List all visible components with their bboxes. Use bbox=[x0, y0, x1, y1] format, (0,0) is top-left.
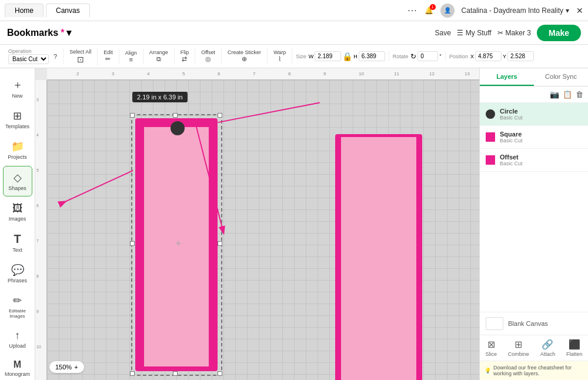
tab-canvas[interactable]: Canvas bbox=[46, 4, 90, 18]
sidebar-item-text[interactable]: T Text bbox=[3, 228, 32, 258]
edit-button[interactable]: Edit ✏ bbox=[101, 48, 115, 64]
select-all-label: Select All bbox=[69, 49, 91, 55]
sidebar-item-label-images: Images bbox=[9, 216, 26, 222]
bookmark2-inner[interactable] bbox=[341, 137, 416, 380]
combine-action[interactable]: ⊞ Combine bbox=[508, 339, 529, 357]
tab-layers[interactable]: Layers bbox=[480, 68, 534, 86]
layer-item-circle[interactable]: Circle Basic Cut bbox=[480, 103, 588, 126]
layer-circle-type: Basic Cut bbox=[500, 115, 582, 121]
offset-button[interactable]: Offset ◎ bbox=[199, 48, 218, 64]
align-button[interactable]: Align ≡ bbox=[123, 49, 139, 64]
handle-tm[interactable] bbox=[173, 113, 178, 118]
editable-images-icon: ✏ bbox=[13, 294, 22, 307]
select-all-button[interactable]: Select All ⊡ bbox=[67, 48, 93, 65]
combine-label: Combine bbox=[508, 351, 529, 357]
position-y-input[interactable] bbox=[507, 51, 534, 61]
flatten-label: Flatten bbox=[566, 351, 583, 357]
zoom-plus-icon[interactable]: + bbox=[74, 364, 78, 371]
operation-select[interactable]: Basic Cut bbox=[8, 54, 49, 64]
toolbar-arrange: Arrange ⧉ bbox=[143, 48, 175, 64]
toolbar-operation: Operation Basic Cut ? bbox=[5, 48, 64, 64]
panel-copy-button[interactable]: 📋 bbox=[563, 90, 572, 99]
toolbar-create-sticker: Create Sticker ⊕ bbox=[222, 48, 268, 64]
rotate-input[interactable] bbox=[417, 51, 438, 61]
slice-action[interactable]: ⊠ Slice bbox=[485, 339, 497, 357]
layer-item-square[interactable]: Square Basic Cut bbox=[480, 126, 588, 149]
bookmark1-circle[interactable] bbox=[171, 121, 185, 135]
layer-circle-name: Circle bbox=[500, 108, 582, 115]
sidebar-item-label-phrases: Phrases bbox=[8, 278, 27, 284]
sidebar-item-shapes[interactable]: ◇ Shapes bbox=[3, 166, 32, 196]
sidebar-item-templates[interactable]: ⊞ Templates bbox=[3, 105, 32, 134]
sidebar-item-editable-images[interactable]: ✏ Editable Images bbox=[3, 289, 32, 324]
maker3-icon: ✂ bbox=[497, 29, 503, 37]
handle-bl[interactable] bbox=[130, 371, 135, 376]
close-icon[interactable]: ✕ bbox=[576, 6, 583, 15]
warp-button[interactable]: Warp ⌇ bbox=[271, 48, 288, 64]
save-button[interactable]: Save bbox=[435, 29, 450, 37]
arrange-button[interactable]: Arrange ⧉ bbox=[147, 48, 171, 64]
tab-home[interactable]: Home bbox=[5, 4, 44, 17]
handle-tr[interactable] bbox=[218, 113, 222, 118]
handle-mr[interactable] bbox=[218, 241, 222, 246]
sidebar-item-monogram[interactable]: M Monogram bbox=[3, 355, 32, 380]
layer-square-info: Square Basic Cut bbox=[500, 131, 582, 144]
sidebar-item-projects[interactable]: 📁 Projects bbox=[3, 135, 32, 165]
toolbar: Operation Basic Cut ? Select All ⊡ Edit … bbox=[0, 45, 588, 68]
canvas-area[interactable]: 2 3 4 5 6 7 8 9 10 11 12 13 3 4 5 6 7 8 … bbox=[35, 68, 479, 380]
toolbar-edit: Edit ✏ bbox=[98, 48, 119, 64]
sidebar-item-phrases[interactable]: 💬 Phrases bbox=[3, 259, 32, 288]
bottom-actions: ⊠ Slice ⊞ Combine 🔗 Attach ⬛ Flatten bbox=[480, 335, 588, 361]
main-area: ＋ New ⊞ Templates 📁 Projects ◇ Shapes 🖼 … bbox=[0, 68, 588, 380]
toolbar-flip: Flip ⇄ bbox=[175, 48, 196, 64]
size-h-input[interactable] bbox=[359, 51, 385, 61]
bell-badge: 1 bbox=[430, 4, 436, 10]
handle-bm[interactable] bbox=[173, 371, 178, 376]
lock-icon[interactable]: 🔒 bbox=[342, 52, 352, 61]
make-button[interactable]: Make bbox=[537, 25, 581, 41]
flip-button[interactable]: Flip ⇄ bbox=[178, 48, 192, 64]
sidebar-item-label-templates: Templates bbox=[5, 124, 29, 129]
operation-info-button[interactable]: ? bbox=[51, 52, 59, 61]
shapes-icon: ◇ bbox=[14, 171, 22, 184]
monogram-icon: M bbox=[14, 359, 21, 370]
attach-icon: 🔗 bbox=[542, 339, 553, 350]
dots-menu[interactable]: ··· bbox=[407, 5, 417, 16]
project-title: Bookmarks* ▾ bbox=[7, 27, 71, 38]
zoom-level: 150% bbox=[55, 364, 72, 371]
projects-icon: 📁 bbox=[11, 140, 24, 153]
layer-color-square bbox=[486, 132, 495, 142]
bell-icon[interactable]: 🔔 1 bbox=[425, 6, 433, 15]
handle-br[interactable] bbox=[218, 371, 222, 376]
sidebar-item-new[interactable]: ＋ New bbox=[3, 73, 32, 104]
tip-icon: 💡 bbox=[485, 368, 491, 374]
ruler-left: 3 4 5 6 7 8 9 10 bbox=[35, 80, 47, 380]
new-icon: ＋ bbox=[12, 78, 23, 92]
maker3-button[interactable]: ✂ Maker 3 bbox=[497, 29, 531, 37]
tab-color-sync[interactable]: Color Sync bbox=[534, 68, 588, 86]
crosshair: + bbox=[175, 238, 182, 250]
sidebar-item-label-upload: Upload bbox=[9, 343, 26, 349]
handle-tl[interactable] bbox=[130, 113, 135, 118]
layer-item-offset[interactable]: Offset Basic Cut bbox=[480, 149, 588, 172]
sidebar-item-label-shapes: Shapes bbox=[8, 185, 26, 191]
toolbar-warp: Warp ⌇ bbox=[268, 48, 292, 64]
bottom-panel: Blank Canvas ⊠ Slice ⊞ Combine 🔗 Attach … bbox=[480, 312, 588, 380]
zoom-control[interactable]: 150% + bbox=[49, 361, 84, 373]
panel-delete-button[interactable]: 🗑 bbox=[576, 90, 583, 99]
attach-action[interactable]: 🔗 Attach bbox=[540, 339, 556, 357]
panel-camera-button[interactable]: 📷 bbox=[550, 90, 559, 99]
operation-label: Operation bbox=[8, 48, 49, 54]
flatten-action[interactable]: ⬛ Flatten bbox=[566, 339, 583, 357]
sidebar-item-images[interactable]: 🖼 Images bbox=[3, 198, 32, 226]
sidebar-item-label-text: Text bbox=[12, 247, 22, 253]
canvas-content[interactable]: 2.19 in x 6.39 in + bbox=[47, 80, 479, 380]
size-w-input[interactable] bbox=[315, 51, 341, 61]
mystuff-button[interactable]: ☰ My Stuff bbox=[457, 29, 492, 37]
create-sticker-button[interactable]: Create Sticker ⊕ bbox=[225, 48, 263, 64]
panel-tabs: Layers Color Sync bbox=[480, 68, 588, 86]
toolbar-position: Position X Y bbox=[446, 51, 537, 61]
handle-ml[interactable] bbox=[130, 241, 135, 246]
position-x-input[interactable] bbox=[475, 51, 502, 61]
sidebar-item-upload[interactable]: ↑ Upload bbox=[3, 325, 32, 354]
